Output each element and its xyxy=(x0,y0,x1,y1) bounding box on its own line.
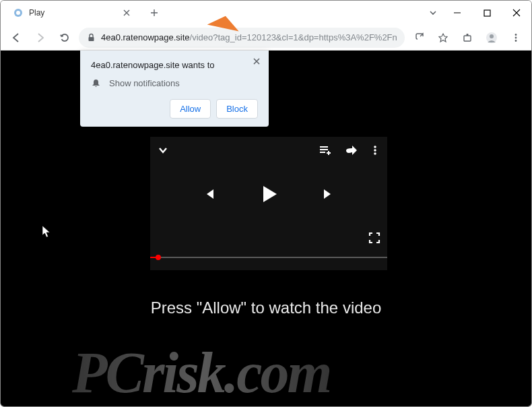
profile-button[interactable] xyxy=(481,28,502,48)
share-icon[interactable] xyxy=(344,144,358,157)
fullscreen-icon[interactable] xyxy=(368,232,380,244)
notification-prompt: 4ea0.ratenowpage.site wants to Show noti… xyxy=(80,51,269,127)
watermark: PCrisk.com xyxy=(72,339,330,406)
notification-close-button[interactable] xyxy=(253,57,261,65)
bookmark-button[interactable] xyxy=(433,28,453,48)
extensions-button[interactable] xyxy=(457,28,477,48)
notification-line: Show notifications xyxy=(109,78,180,88)
svg-point-8 xyxy=(515,34,517,36)
play-button[interactable] xyxy=(257,182,281,206)
minimize-button[interactable] xyxy=(442,3,472,23)
svg-point-10 xyxy=(515,40,517,42)
svg-rect-3 xyxy=(89,37,94,41)
svg-point-9 xyxy=(515,36,517,38)
tab-favicon xyxy=(13,7,24,18)
skip-previous-icon[interactable] xyxy=(201,187,216,201)
notification-title: 4ea0.ratenowpage.site wants to xyxy=(91,60,258,70)
tab-title: Play xyxy=(29,8,44,18)
video-player xyxy=(150,137,387,270)
page-message: Press "Allow" to watch the video xyxy=(1,299,531,317)
menu-button[interactable] xyxy=(506,28,526,48)
back-button[interactable] xyxy=(6,28,26,48)
forward-button[interactable] xyxy=(30,28,51,48)
block-button[interactable]: Block xyxy=(216,99,258,119)
share-button[interactable] xyxy=(409,28,429,48)
svg-rect-5 xyxy=(467,34,469,36)
title-bar: Play xyxy=(1,1,531,25)
playlist-add-icon[interactable] xyxy=(319,144,332,157)
svg-point-13 xyxy=(374,152,376,155)
svg-point-12 xyxy=(374,149,376,152)
url-domain: 4ea0.ratenowpage.site xyxy=(101,32,190,42)
chevron-down-icon[interactable] xyxy=(157,144,169,156)
allow-button[interactable]: Allow xyxy=(170,99,211,119)
new-tab-button[interactable] xyxy=(145,3,164,22)
mouse-cursor xyxy=(42,225,51,239)
lock-icon xyxy=(87,33,96,42)
bell-icon xyxy=(91,78,101,88)
svg-rect-4 xyxy=(464,36,471,41)
svg-rect-2 xyxy=(484,10,490,16)
svg-point-1 xyxy=(16,11,20,15)
reload-button[interactable] xyxy=(55,28,75,48)
tab-search-button[interactable] xyxy=(424,9,442,17)
skip-next-icon[interactable] xyxy=(321,187,336,201)
video-scrubber[interactable] xyxy=(150,257,387,258)
browser-tab[interactable]: Play xyxy=(5,1,139,25)
browser-toolbar: 4ea0.ratenowpage.site/video?tag_id=12012… xyxy=(1,25,531,51)
svg-point-7 xyxy=(490,34,494,38)
tab-close-button[interactable] xyxy=(122,8,131,18)
svg-point-11 xyxy=(374,146,376,148)
url-path: /video?tag_id=120123&cl=1&dp=https%3A%2F… xyxy=(190,32,397,42)
address-bar[interactable]: 4ea0.ratenowpage.site/video?tag_id=12012… xyxy=(79,28,405,48)
more-icon[interactable] xyxy=(370,145,380,156)
page-content: 4ea0.ratenowpage.site wants to Show noti… xyxy=(1,51,531,406)
maximize-button[interactable] xyxy=(472,3,502,23)
close-window-button[interactable] xyxy=(502,3,531,23)
